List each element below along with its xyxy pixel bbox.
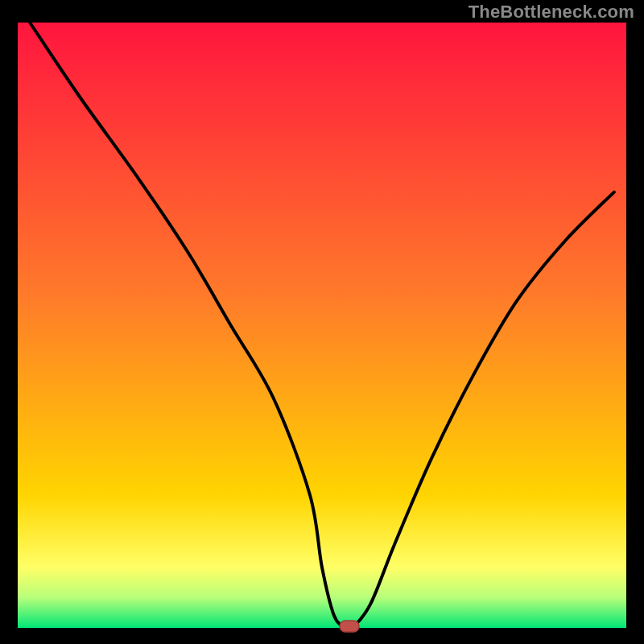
bottleneck-chart xyxy=(0,0,644,644)
optimum-marker xyxy=(340,621,359,632)
chart-stage: TheBottleneck.com xyxy=(0,0,644,644)
plot-background xyxy=(18,23,626,628)
watermark-label: TheBottleneck.com xyxy=(469,2,634,23)
